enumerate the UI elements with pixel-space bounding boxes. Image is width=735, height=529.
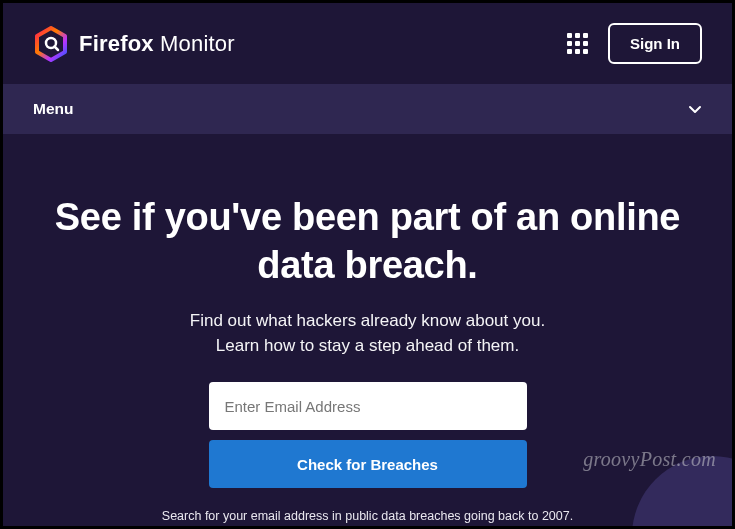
menu-toggle[interactable]: Menu bbox=[3, 84, 732, 134]
svg-line-2 bbox=[55, 46, 59, 50]
header-actions: Sign In bbox=[567, 23, 702, 64]
check-breaches-button[interactable]: Check for Breaches bbox=[209, 440, 527, 488]
brand-logo[interactable]: Firefox Monitor bbox=[33, 26, 235, 62]
hero-subtitle: Find out what hackers already know about… bbox=[43, 309, 692, 358]
email-input[interactable] bbox=[209, 382, 527, 430]
hero-title: See if you've been part of an online dat… bbox=[43, 194, 692, 289]
apps-grid-icon[interactable] bbox=[567, 33, 588, 54]
firefox-monitor-logo-icon bbox=[33, 26, 69, 62]
sign-in-button[interactable]: Sign In bbox=[608, 23, 702, 64]
form-small-print: Search for your email address in public … bbox=[162, 508, 573, 526]
brand-name: Firefox Monitor bbox=[79, 31, 235, 57]
header: Firefox Monitor Sign In bbox=[3, 3, 732, 84]
breach-check-form: Check for Breaches Search for your email… bbox=[43, 382, 692, 526]
svg-marker-0 bbox=[37, 28, 65, 60]
hero-section: See if you've been part of an online dat… bbox=[3, 134, 732, 526]
chevron-down-icon bbox=[688, 102, 702, 116]
menu-label: Menu bbox=[33, 100, 73, 118]
